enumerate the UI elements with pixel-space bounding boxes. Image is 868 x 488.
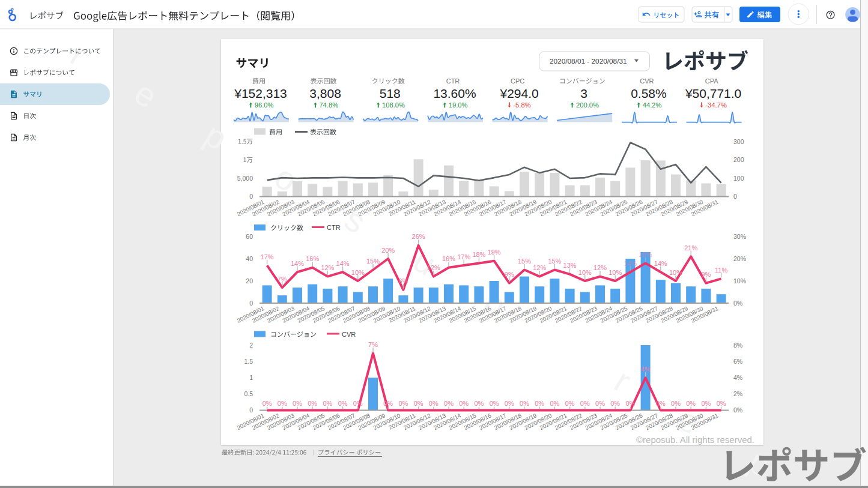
svg-text:0%: 0% [293, 400, 302, 407]
svg-text:0%: 0% [733, 300, 742, 307]
svg-text:¥294.0: ¥294.0 [499, 86, 538, 100]
svg-text:14%: 14% [624, 260, 637, 267]
svg-text:0%: 0% [353, 400, 363, 407]
svg-text:3,808: 3,808 [309, 86, 341, 100]
svg-text:0%: 0% [610, 400, 620, 407]
svg-text:40: 40 [246, 255, 253, 262]
svg-text:CTR: CTR [327, 224, 341, 231]
svg-text:17%: 17% [261, 253, 274, 261]
svg-text:0%: 0% [580, 400, 590, 407]
svg-text:0%: 0% [595, 400, 605, 407]
svg-text:10%: 10% [609, 269, 622, 276]
svg-text:12%: 12% [593, 264, 607, 271]
svg-text:14%: 14% [291, 260, 304, 267]
svg-text:7%: 7% [368, 341, 378, 348]
svg-text:6%: 6% [398, 277, 408, 285]
svg-text:0%: 0% [717, 400, 726, 407]
svg-text:2%: 2% [733, 390, 742, 397]
svg-text:16%: 16% [442, 255, 455, 262]
svg-text:15%: 15% [366, 258, 380, 265]
svg-text:21%: 21% [684, 244, 697, 252]
svg-text:5,000: 5,000 [237, 175, 253, 182]
svg-text:0%: 0% [701, 400, 711, 407]
svg-text:4%: 4% [641, 366, 651, 373]
svg-text:0%: 0% [671, 400, 681, 407]
svg-text:CVR: CVR [640, 77, 654, 85]
svg-text:0%: 0% [263, 400, 272, 407]
svg-text:CTR: CTR [446, 77, 460, 85]
svg-text:0%: 0% [520, 400, 529, 407]
svg-text:¥50,771.0: ¥50,771.0 [685, 86, 741, 100]
svg-text:0%: 0% [490, 400, 499, 407]
svg-text:0%: 0% [308, 400, 317, 407]
svg-text:0%: 0% [565, 400, 575, 407]
svg-text:12%: 12% [533, 264, 546, 271]
svg-text:20%: 20% [733, 255, 746, 262]
svg-text:4%: 4% [733, 374, 742, 381]
svg-text:CPC: CPC [511, 77, 524, 85]
svg-text:19.0%: 19.0% [449, 101, 468, 109]
svg-text:10%: 10% [733, 277, 746, 285]
svg-text:30%: 30% [733, 233, 746, 240]
svg-text:13.60%: 13.60% [433, 86, 476, 100]
svg-text:0%: 0% [323, 400, 332, 407]
svg-text:10%: 10% [351, 269, 365, 276]
svg-text:0%: 0% [535, 400, 544, 407]
svg-text:9%: 9% [701, 271, 711, 278]
svg-text:14%: 14% [654, 260, 667, 267]
svg-text:10%: 10% [669, 269, 682, 276]
svg-text:0%: 0% [383, 400, 393, 407]
svg-text:8%: 8% [733, 342, 742, 349]
svg-text:20%: 20% [381, 247, 395, 254]
svg-text:0%: 0% [429, 400, 439, 407]
svg-text:12%: 12% [427, 264, 440, 271]
svg-text:0.58%: 0.58% [631, 86, 667, 100]
svg-text:0%: 0% [550, 400, 559, 407]
svg-text:0: 0 [733, 193, 737, 200]
svg-text:0: 0 [249, 193, 253, 200]
svg-text:96.0%: 96.0% [255, 101, 274, 109]
svg-text:10%: 10% [578, 269, 592, 276]
svg-text:100: 100 [733, 175, 744, 182]
svg-text:0%: 0% [474, 400, 484, 407]
svg-text:2: 2 [249, 342, 253, 349]
svg-text:0.5: 0.5 [244, 390, 253, 397]
svg-text:-34.7%: -34.7% [705, 101, 726, 109]
svg-text:16%: 16% [306, 255, 319, 262]
svg-text:18%: 18% [639, 251, 652, 258]
svg-text:20: 20 [246, 277, 253, 285]
svg-text:11%: 11% [715, 267, 727, 274]
svg-text:18%: 18% [472, 251, 485, 258]
svg-text:¥152,313: ¥152,313 [234, 86, 287, 100]
svg-text:518: 518 [380, 86, 401, 100]
svg-text:108.0%: 108.0% [382, 101, 405, 109]
svg-text:0%: 0% [625, 400, 635, 407]
svg-text:0: 0 [249, 300, 253, 307]
svg-text:-5.8%: -5.8% [513, 101, 530, 109]
svg-text:74.8%: 74.8% [319, 101, 338, 109]
svg-text:300: 300 [733, 138, 744, 145]
svg-text:0%: 0% [459, 400, 469, 407]
svg-text:17%: 17% [457, 253, 470, 261]
svg-text:26%: 26% [412, 233, 425, 240]
svg-text:0%: 0% [733, 406, 742, 414]
svg-text:6%: 6% [733, 358, 742, 365]
svg-text:44.2%: 44.2% [643, 101, 662, 109]
svg-text:200: 200 [733, 156, 744, 163]
svg-text:0%: 0% [686, 400, 696, 407]
svg-text:9%: 9% [505, 271, 514, 278]
svg-text:3: 3 [580, 86, 587, 100]
svg-text:CPA: CPA [705, 77, 718, 85]
svg-text:0%: 0% [656, 400, 666, 407]
svg-text:0%: 0% [444, 400, 454, 407]
svg-text:1: 1 [249, 374, 253, 381]
svg-text:15%: 15% [548, 258, 561, 265]
svg-text:19%: 19% [488, 249, 501, 256]
svg-text:14%: 14% [336, 260, 350, 267]
svg-text:15%: 15% [518, 258, 531, 265]
svg-text:13%: 13% [563, 262, 577, 269]
svg-text:2020/08/01 - 2020/08/31: 2020/08/01 - 2020/08/31 [550, 57, 627, 65]
svg-text:CVR: CVR [342, 331, 356, 338]
svg-text:60: 60 [246, 233, 253, 240]
svg-text:7%: 7% [278, 276, 287, 283]
